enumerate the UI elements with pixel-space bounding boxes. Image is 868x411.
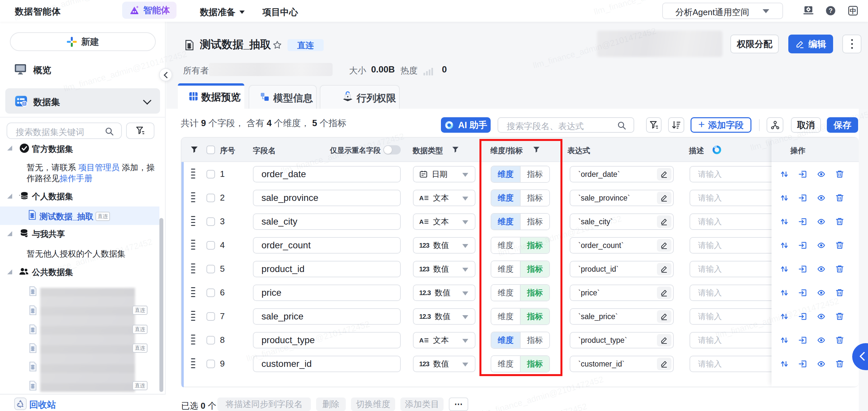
svg-text:A: A xyxy=(419,337,424,344)
svg-text:中: 中 xyxy=(850,7,857,14)
svg-text:A: A xyxy=(419,195,424,201)
svg-text:?: ? xyxy=(829,7,832,14)
svg-text:A: A xyxy=(419,218,424,225)
